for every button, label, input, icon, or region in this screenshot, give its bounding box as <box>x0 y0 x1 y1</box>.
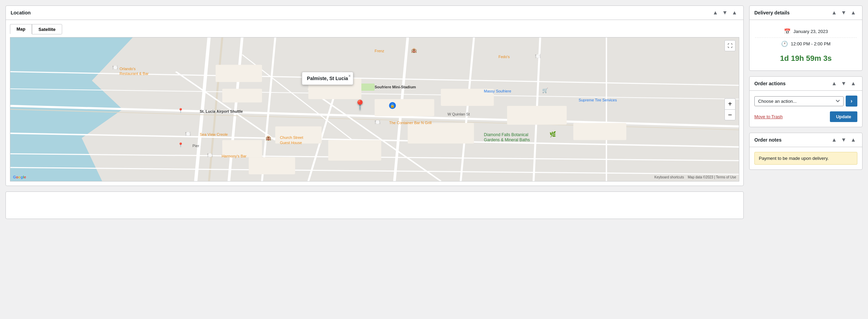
order-actions-body: Choose an action... › Move to Trash Upda… <box>750 91 862 127</box>
poi-church: 🏨 <box>265 135 271 141</box>
map-label-seaview: Sea View Creole <box>200 132 228 136</box>
map-tooltip: × Palmiste, St Lucia <box>302 72 353 85</box>
delivery-details-card: Delivery details ▲ ▼ ▲ 📅 January 23, 202… <box>749 6 863 71</box>
clock-icon: 🕐 <box>781 41 788 47</box>
svg-line-9 <box>395 37 408 181</box>
countdown-timer: 1d 19h 59m 3s <box>755 50 857 65</box>
map-label-stadium: Soufriere Mini-Stadium <box>375 85 416 89</box>
map-label-pier: Pier <box>193 144 199 148</box>
poi-seaview: 🍽️ <box>185 131 191 136</box>
map-label-massy: Massy Soufriere <box>484 89 511 93</box>
svg-line-15 <box>10 167 739 174</box>
poi-shuttle: 📍 <box>178 108 183 113</box>
poi-diamond: 🌿 <box>549 131 556 138</box>
delivery-down-btn[interactable]: ▼ <box>840 9 848 16</box>
map-water <box>10 37 214 181</box>
tooltip-text: Palmiste, St Lucia <box>307 76 348 81</box>
map-label-tire: Supreme Tire Services <box>579 98 617 102</box>
delivery-time: 12:00 PM - 2:00 PM <box>791 41 831 46</box>
svg-line-14 <box>10 89 739 99</box>
map-label-diamond: Diamond Falls BotanicalGardens & Mineral… <box>484 132 530 143</box>
poi-lock: 🔒 <box>389 102 396 109</box>
action-go-btn[interactable]: › <box>846 96 857 107</box>
location-title: Location <box>11 10 31 15</box>
delivery-up-btn[interactable]: ▲ <box>830 9 838 16</box>
map-label-fedos: Fedo's <box>499 55 510 59</box>
action-select[interactable]: Choose an action... <box>754 96 844 106</box>
location-down-btn[interactable]: ▼ <box>721 9 729 16</box>
svg-line-6 <box>10 154 739 161</box>
location-controls: ▲ ▼ ▲ <box>711 9 739 16</box>
map-label-shuttle: St. Lucia Airport Shuttle <box>200 109 243 113</box>
order-notes-collapse-btn[interactable]: ▲ <box>849 136 857 143</box>
delivery-date: January 23, 2023 <box>793 29 828 34</box>
location-collapse-btn[interactable]: ▲ <box>730 9 739 16</box>
svg-rect-20 <box>222 89 262 102</box>
zoom-in-btn[interactable]: + <box>724 98 735 109</box>
zoom-out-btn[interactable]: − <box>724 109 735 120</box>
poi-harmony: 🍽️ <box>207 152 213 158</box>
action-row: Choose an action... › <box>754 96 857 107</box>
svg-line-7 <box>262 37 275 181</box>
satellite-tab[interactable]: Satellite <box>32 24 62 34</box>
location-body: Map Satellite <box>6 20 743 186</box>
location-up-btn[interactable]: ▲ <box>711 9 719 16</box>
order-actions-title: Order actions <box>754 81 786 86</box>
delivery-body: 📅 January 23, 2023 🕐 12:00 PM - 2:00 PM … <box>750 20 862 70</box>
order-note-text: Payment to be made upon delivery. <box>754 152 857 165</box>
order-actions-up-btn[interactable]: ▲ <box>830 80 838 87</box>
poi-pier: 📍 <box>178 142 183 147</box>
poi-container: 🍽️ <box>375 119 380 125</box>
location-card: Location ▲ ▼ ▲ Map Satellite <box>5 6 744 186</box>
map-tab[interactable]: Map <box>10 24 32 34</box>
map-label-orlandos: Orlando'sRestaurant & Bar <box>119 66 148 76</box>
poi-fedos: 🍽️ <box>535 53 541 59</box>
move-to-trash-btn[interactable]: Move to Trash <box>754 114 783 119</box>
delivery-title: Delivery details <box>754 10 790 15</box>
order-notes-up-btn[interactable]: ▲ <box>830 136 838 143</box>
update-btn[interactable]: Update <box>830 111 857 122</box>
zoom-controls: + − <box>724 98 735 120</box>
map-label-harmony: Harmony's Bar <box>221 154 246 158</box>
svg-rect-27 <box>507 106 567 125</box>
order-actions-card: Order actions ▲ ▼ ▲ Choose an action... … <box>749 76 863 127</box>
svg-rect-22 <box>375 99 434 116</box>
action-footer: Move to Trash Update <box>754 111 857 122</box>
svg-line-5 <box>10 133 739 147</box>
delivery-collapse-btn[interactable]: ▲ <box>849 9 857 16</box>
order-actions-collapse-btn[interactable]: ▲ <box>849 80 857 87</box>
svg-rect-30 <box>249 157 295 174</box>
order-actions-down-btn[interactable]: ▼ <box>840 80 848 87</box>
order-actions-controls: ▲ ▼ ▲ <box>830 80 857 87</box>
svg-line-10 <box>461 37 474 181</box>
order-notes-title: Order notes <box>754 137 781 143</box>
map-tab-bar: Map Satellite <box>10 24 739 34</box>
fullscreen-btn[interactable]: ⛶ <box>724 40 735 51</box>
map-data: Map data ©2023 | Terms of Use <box>688 175 736 179</box>
delivery-date-row: 📅 January 23, 2023 <box>755 25 857 37</box>
map-marker: 📍 <box>354 99 366 111</box>
svg-rect-25 <box>408 123 474 144</box>
map-label-frenz: Frenz <box>375 49 384 53</box>
order-notes-card: Order notes ▲ ▼ ▲ Payment to be made upo… <box>749 133 863 170</box>
svg-rect-28 <box>573 123 626 140</box>
poi-massy: 🛒 <box>542 88 548 93</box>
tooltip-close-btn[interactable]: × <box>349 74 351 78</box>
order-notes-controls: ▲ ▼ ▲ <box>830 136 857 143</box>
order-notes-body: Payment to be made upon delivery. <box>750 147 862 169</box>
delivery-time-row: 🕐 12:00 PM - 2:00 PM <box>755 37 857 50</box>
location-header: Location ▲ ▼ ▲ <box>6 6 743 20</box>
bottom-section <box>5 191 744 219</box>
svg-line-11 <box>534 37 540 181</box>
svg-rect-19 <box>216 65 262 82</box>
keyboard-shortcuts: Keyboard shortcuts <box>654 175 684 179</box>
map-container: × Palmiste, St Lucia 📍 Orlando'sRestaura… <box>10 37 739 182</box>
svg-line-16 <box>176 72 275 140</box>
svg-line-18 <box>308 89 441 181</box>
delivery-controls: ▲ ▼ ▲ <box>830 9 857 16</box>
order-notes-header: Order notes ▲ ▼ ▲ <box>750 133 862 147</box>
map-footer: Keyboard shortcuts Map data ©2023 | Term… <box>654 175 736 179</box>
poi-frenz: 🏨 <box>411 47 417 53</box>
order-notes-down-btn[interactable]: ▼ <box>840 136 848 143</box>
map-label-church: Church StreetGuest House <box>280 135 303 145</box>
